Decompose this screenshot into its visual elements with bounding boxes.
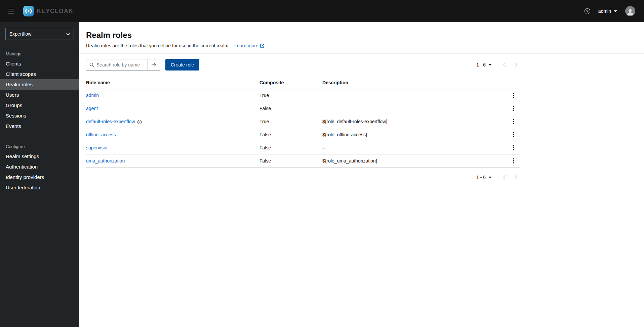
chevron-right-icon: [515, 62, 518, 67]
role-link[interactable]: uma_authorization: [86, 158, 125, 164]
composite-cell: False: [259, 154, 322, 168]
sidebar-item-events[interactable]: Events: [0, 121, 79, 131]
pagination-range-toggle[interactable]: 1 - 6: [474, 173, 494, 182]
pagination-next-button[interactable]: [513, 60, 520, 69]
sidebar-nav: Manage Clients Client scopes Realm roles…: [0, 46, 79, 193]
pagination-range: 1 - 6: [476, 62, 486, 67]
column-header-actions: [504, 77, 520, 89]
toolbar: Create role 1 - 6: [86, 59, 520, 71]
hamburger-icon: [8, 9, 14, 9]
hamburger-menu-button[interactable]: [6, 7, 16, 15]
composite-cell: False: [259, 102, 322, 115]
description-cell: ${role_offline-access}: [322, 128, 504, 141]
keycloak-logo: KEYCLOAK: [23, 5, 73, 17]
pagination-top: 1 - 6: [474, 60, 520, 69]
role-link[interactable]: admin: [86, 93, 99, 98]
learn-more-link[interactable]: Learn more: [234, 43, 264, 48]
kebab-menu-button[interactable]: [510, 104, 518, 112]
table-row: offline_access False ${role_offline-acce…: [86, 128, 520, 141]
kebab-menu-button[interactable]: [510, 91, 518, 99]
nav-section-title: Manage: [0, 49, 79, 58]
table-row: admin True –: [86, 89, 520, 102]
pagination-next-button[interactable]: [513, 173, 520, 182]
table-row: supervisor False –: [86, 141, 520, 154]
arrow-right-icon: [151, 63, 156, 67]
pagination-range-toggle[interactable]: 1 - 6: [474, 60, 494, 69]
description-cell: –: [322, 102, 504, 115]
sidebar-item-users[interactable]: Users: [0, 90, 79, 100]
user-avatar-icon: [626, 7, 635, 16]
kebab-menu-button[interactable]: [510, 144, 518, 152]
composite-cell: False: [259, 141, 322, 154]
realm-name: Expertflow: [9, 31, 31, 37]
nav-section-manage: Manage Clients Client scopes Realm roles…: [0, 46, 79, 131]
sidebar-item-clients[interactable]: Clients: [0, 58, 79, 69]
column-header-role-name: Role name: [86, 77, 259, 89]
question-circle-icon: ?: [585, 8, 590, 14]
header-actions: ? admin: [585, 6, 635, 16]
realm-selector-wrap: Expertflow: [0, 22, 79, 46]
pagination-prev-button[interactable]: [501, 173, 508, 182]
realm-selector[interactable]: Expertflow: [5, 28, 74, 40]
kebab-icon: [513, 119, 514, 124]
page-header: Realm roles Realm roles are the roles th…: [79, 22, 644, 54]
composite-cell: True: [259, 89, 322, 102]
table-header-row: Role name Composite Description: [86, 77, 520, 89]
user-name: admin: [598, 8, 611, 14]
sidebar-item-sessions[interactable]: Sessions: [0, 110, 79, 121]
sidebar-item-authentication[interactable]: Authentication: [0, 161, 79, 172]
user-menu-button[interactable]: admin: [598, 8, 617, 14]
chevron-left-icon: [503, 175, 506, 180]
sidebar-item-realm-settings[interactable]: Realm settings: [0, 151, 79, 161]
content-section: Create role 1 - 6: [79, 54, 526, 182]
brand-wordmark: KEYCLOAK: [37, 8, 73, 15]
kebab-icon: [513, 145, 514, 150]
search-group: [86, 59, 160, 71]
caret-down-icon: [489, 64, 491, 66]
table-row: uma_authorization False ${role_uma_autho…: [86, 154, 520, 168]
avatar[interactable]: [625, 6, 635, 16]
help-icon[interactable]: ?: [585, 8, 590, 14]
sidebar-item-user-federation[interactable]: User federation: [0, 182, 79, 193]
chevron-down-icon: [66, 33, 70, 35]
kebab-icon: [513, 106, 514, 111]
search-icon: [89, 62, 94, 67]
column-header-composite: Composite: [259, 77, 322, 89]
nav-section-configure: Configure Realm settings Authentication …: [0, 139, 79, 193]
kebab-icon: [513, 158, 514, 164]
chevron-right-icon: [515, 175, 518, 180]
create-role-button[interactable]: Create role: [165, 59, 199, 71]
sidebar-item-realm-roles[interactable]: Realm roles: [0, 79, 79, 90]
sidebar: Expertflow Manage Clients Client scopes …: [0, 22, 79, 327]
description-cell: ${role_default-roles-expertflow}: [322, 115, 504, 128]
kebab-menu-button[interactable]: [510, 118, 518, 126]
layout: Expertflow Manage Clients Client scopes …: [0, 22, 644, 327]
caret-down-icon: [614, 10, 617, 12]
role-link[interactable]: agent: [86, 106, 98, 111]
kebab-icon: [513, 132, 514, 137]
composite-cell: True: [259, 115, 322, 128]
role-link[interactable]: offline_access: [86, 132, 116, 137]
app-root: KEYCLOAK ? admin Expertflow: [0, 0, 644, 327]
role-link[interactable]: default-roles-expertflow: [86, 119, 135, 124]
role-link[interactable]: supervisor: [86, 145, 108, 150]
page-title: Realm roles: [86, 31, 636, 40]
keycloak-logo-icon: [23, 5, 34, 17]
search-input[interactable]: [96, 62, 144, 67]
sidebar-item-client-scopes[interactable]: Client scopes: [0, 69, 79, 79]
table-row: default-roles-expertflow? True ${role_de…: [86, 115, 520, 128]
search-submit-button[interactable]: [147, 59, 160, 71]
pagination-prev-button[interactable]: [501, 60, 508, 69]
sidebar-item-groups[interactable]: Groups: [0, 100, 79, 110]
kebab-menu-button[interactable]: [510, 157, 518, 165]
pagination-range: 1 - 6: [476, 175, 486, 180]
composite-cell: False: [259, 128, 322, 141]
table-row: agent False –: [86, 102, 520, 115]
description-cell: –: [322, 141, 504, 154]
sidebar-item-identity-providers[interactable]: Identity providers: [0, 172, 79, 182]
description-cell: –: [322, 89, 504, 102]
kebab-menu-button[interactable]: [510, 131, 518, 139]
caret-down-icon: [489, 177, 491, 178]
role-help-icon[interactable]: ?: [137, 120, 142, 124]
search-box: [86, 59, 147, 71]
